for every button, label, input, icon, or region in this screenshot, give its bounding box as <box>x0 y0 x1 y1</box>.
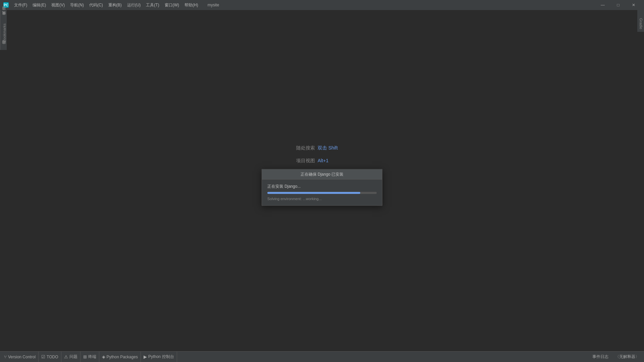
left-panel-labels: 项目 收藏夹 Bookmarks 结构 <box>0 10 7 50</box>
terminal-icon: ⊞ <box>83 354 87 359</box>
status-version-control[interactable]: ⑂ Version Control <box>1 352 39 362</box>
status-terminal[interactable]: ⊞ 终端 <box>80 352 99 362</box>
problems-label: 问题 <box>69 354 77 360</box>
project-view-label: 项目视图 <box>296 158 315 164</box>
app-icon: PC <box>3 2 9 8</box>
menu-run[interactable]: 运行(U) <box>124 1 144 9</box>
menu-tools[interactable]: 工具(T) <box>143 1 162 9</box>
menu-navigate[interactable]: 导航(N) <box>67 1 87 9</box>
left-label-structure[interactable]: 结构 <box>0 45 7 50</box>
search-row: 随处搜索 双击 Shift <box>296 145 338 151</box>
python-packages-icon: ◈ <box>102 354 105 359</box>
dialog-header: 正在确保 Django 已安装 <box>262 170 382 180</box>
project-view-row: 项目视图 Alt+1 <box>296 158 328 164</box>
main-area: 随处搜索 双击 Shift 项目视图 Alt+1 转到文件 Ctrl+Shift… <box>7 10 637 351</box>
maximize-button[interactable]: □ <box>610 0 626 10</box>
right-tab-database[interactable]: 数据库 <box>637 10 644 15</box>
python-console-label: Python 控制台 <box>148 354 174 360</box>
status-bar: ⑂ Version Control ☑ TODO ⚠ 问题 ⊞ 终端 ◈ Pyt… <box>0 351 644 362</box>
event-log-label: 事件日志 <box>592 354 608 360</box>
todo-icon: ☑ <box>41 354 45 359</box>
install-dialog: 正在确保 Django 已安装 正在安装 Django... Solving e… <box>262 169 382 206</box>
progress-bar-fill <box>267 192 360 194</box>
problems-icon: ⚠ <box>64 354 68 359</box>
left-label-bookmarks[interactable]: Bookmarks <box>0 21 7 45</box>
minimize-button[interactable]: — <box>595 0 610 10</box>
status-right-area: 事件日志 〈无解释器〉 <box>589 352 643 362</box>
version-control-icon: ⑂ <box>4 354 7 359</box>
search-label: 随处搜索 <box>296 145 315 151</box>
menu-refactor[interactable]: 重构(B) <box>106 1 124 9</box>
app-logo: PC <box>3 2 9 8</box>
version-control-label: Version Control <box>8 355 36 359</box>
status-python-console[interactable]: ▶ Python 控制台 <box>141 352 177 362</box>
search-shortcut: 双击 Shift <box>318 145 338 151</box>
menu-help[interactable]: 帮助(H) <box>182 1 201 9</box>
status-todo[interactable]: ☑ TODO <box>39 352 61 362</box>
right-tab-gradle[interactable]: Gradle <box>637 15 644 32</box>
menu-window[interactable]: 窗口(W) <box>162 1 182 9</box>
menu-file[interactable]: 文件(F) <box>11 1 30 9</box>
interpreter-label: 〈无解释器〉 <box>615 354 639 360</box>
python-packages-label: Python Packages <box>107 355 138 359</box>
project-view-shortcut: Alt+1 <box>318 158 328 163</box>
menu-code[interactable]: 代码(C) <box>87 1 106 9</box>
todo-label: TODO <box>47 355 58 359</box>
project-name: mysite <box>208 3 219 7</box>
status-problems[interactable]: ⚠ 问题 <box>61 352 80 362</box>
status-python-packages[interactable]: ◈ Python Packages <box>99 352 141 362</box>
left-label-favorites[interactable]: 收藏夹 <box>0 15 7 21</box>
title-bar: PC 文件(F) 编辑(E) 视图(V) 导航(N) 代码(C) 重构(B) 运… <box>0 0 644 10</box>
left-label-project[interactable]: 项目 <box>0 10 7 15</box>
progress-bar-container <box>267 192 377 194</box>
right-panel-tabs: 数据库 Gradle <box>637 10 644 32</box>
dialog-installing-text: 正在安装 Django... <box>267 184 377 189</box>
terminal-label: 终端 <box>88 354 96 360</box>
menu-edit[interactable]: 编辑(E) <box>30 1 49 9</box>
event-log-button[interactable]: 事件日志 <box>589 352 612 362</box>
window-controls: — □ ✕ <box>595 0 641 10</box>
dialog-sub-text: Solving environment: ...working... <box>267 197 377 201</box>
menu-bar: 文件(F) 编辑(E) 视图(V) 导航(N) 代码(C) 重构(B) 运行(U… <box>11 1 595 9</box>
dialog-body: 正在安装 Django... Solving environment: ...w… <box>262 180 382 205</box>
close-button[interactable]: ✕ <box>626 0 641 10</box>
python-console-icon: ▶ <box>144 354 147 359</box>
menu-view[interactable]: 视图(V) <box>49 1 67 9</box>
interpreter-button[interactable]: 〈无解释器〉 <box>612 352 643 362</box>
